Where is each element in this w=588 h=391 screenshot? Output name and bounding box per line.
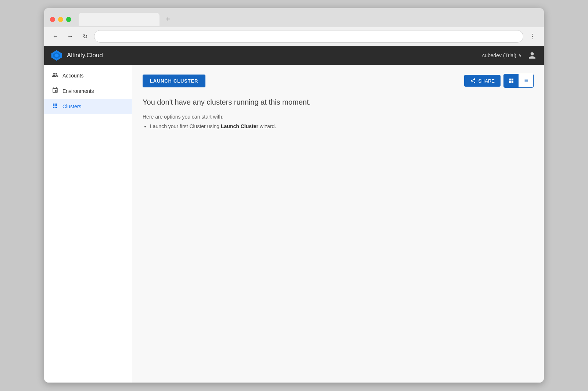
- option-prefix: Launch your first Cluster using: [150, 123, 221, 129]
- environments-icon: [51, 87, 59, 95]
- app-topnav: Altinity.Cloud cubedev (Trial) ∨: [44, 46, 544, 65]
- traffic-lights: [50, 17, 71, 22]
- topnav-right: cubedev (Trial) ∨: [482, 50, 538, 61]
- brand-logo: [50, 49, 63, 62]
- minimize-button[interactable]: [58, 17, 63, 22]
- share-label: SHARE: [478, 78, 495, 84]
- list-icon: [523, 78, 529, 84]
- sidebar-item-clusters-label: Clusters: [62, 104, 81, 109]
- share-icon: [470, 78, 476, 84]
- account-label: cubedev (Trial): [482, 53, 516, 58]
- empty-state-desc: Here are options you can start with:: [143, 114, 534, 120]
- app-container: Altinity.Cloud cubedev (Trial) ∨: [44, 46, 544, 383]
- sidebar-item-accounts[interactable]: Accounts: [44, 68, 132, 83]
- forward-button[interactable]: →: [65, 31, 76, 42]
- back-button[interactable]: ←: [50, 31, 61, 42]
- account-selector[interactable]: cubedev (Trial) ∨: [482, 53, 522, 58]
- active-tab[interactable]: [79, 13, 159, 26]
- share-button[interactable]: SHARE: [464, 75, 501, 87]
- new-tab-button[interactable]: +: [162, 14, 173, 25]
- main-content: LAUNCH CLUSTER SHARE: [132, 65, 544, 383]
- launch-cluster-link: Launch Cluster: [221, 123, 258, 129]
- list-view-button[interactable]: [519, 74, 533, 87]
- browser-menu-button[interactable]: ⋮: [527, 31, 538, 42]
- empty-state: You don't have any clusters running at t…: [143, 98, 534, 129]
- list-item: Launch your first Cluster using Launch C…: [150, 123, 534, 129]
- content-toolbar: LAUNCH CLUSTER SHARE: [143, 74, 534, 88]
- empty-state-list: Launch your first Cluster using Launch C…: [143, 123, 534, 129]
- accounts-icon: [51, 72, 59, 80]
- option-suffix: wizard.: [258, 123, 276, 129]
- user-icon-button[interactable]: [526, 50, 538, 61]
- sidebar: Accounts Environments: [44, 65, 132, 383]
- empty-state-title: You don't have any clusters running at t…: [143, 98, 534, 106]
- maximize-button[interactable]: [66, 17, 71, 22]
- brand: Altinity.Cloud: [50, 49, 103, 62]
- brand-name: Altinity.Cloud: [67, 52, 103, 59]
- sidebar-item-environments[interactable]: Environments: [44, 83, 132, 99]
- toolbar-right: SHARE: [464, 74, 534, 88]
- clusters-icon: [51, 102, 59, 111]
- app-body: Accounts Environments: [44, 65, 544, 383]
- address-bar[interactable]: [94, 30, 523, 43]
- grid-view-button[interactable]: [504, 74, 519, 87]
- chevron-down-icon: ∨: [519, 53, 522, 58]
- sidebar-item-environments-label: Environments: [62, 88, 94, 94]
- tab-bar: +: [79, 13, 538, 26]
- user-icon: [528, 51, 536, 59]
- reload-button[interactable]: ↻: [79, 31, 90, 42]
- browser-titlebar: +: [44, 8, 544, 27]
- browser-toolbar: ← → ↻ ⋮: [44, 27, 544, 46]
- close-button[interactable]: [50, 17, 55, 22]
- sidebar-item-accounts-label: Accounts: [62, 73, 84, 79]
- view-toggle: [503, 74, 534, 88]
- sidebar-item-clusters[interactable]: Clusters: [44, 99, 132, 114]
- grid-icon: [508, 78, 514, 84]
- launch-cluster-button[interactable]: LAUNCH CLUSTER: [143, 75, 205, 87]
